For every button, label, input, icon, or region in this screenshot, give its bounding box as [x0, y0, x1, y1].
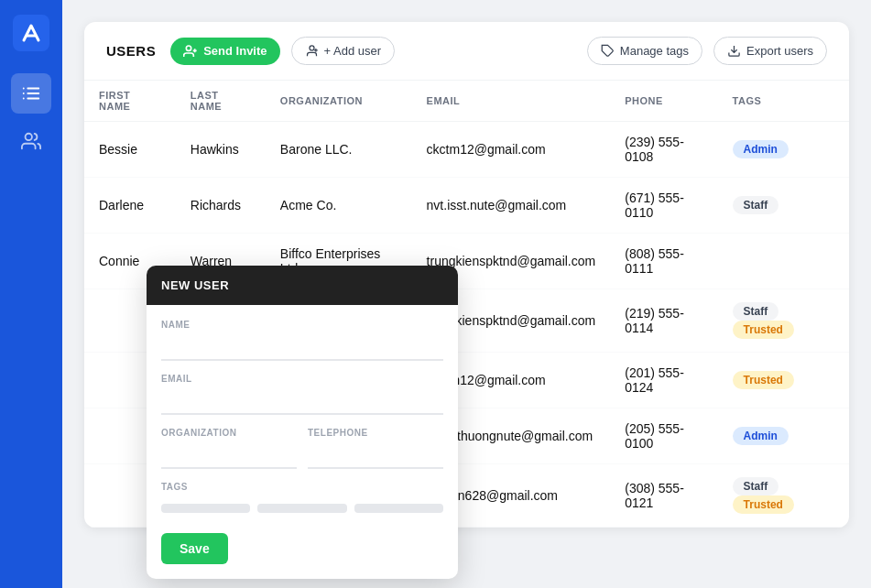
tag-placeholder-2	[257, 504, 346, 513]
logo	[13, 15, 49, 51]
sidebar-item-users[interactable]	[11, 121, 51, 161]
cell-4: (239) 555-0108	[610, 122, 717, 178]
telephone-label: TELEPHONE	[308, 428, 443, 438]
organization-input[interactable]	[161, 442, 297, 469]
col-first-name: FIRST NAME	[84, 81, 176, 122]
col-organization: ORGANIZATION	[266, 81, 412, 122]
main-content: USERS Send Invite + Add user	[62, 0, 871, 588]
export-users-label: Export users	[746, 44, 813, 58]
cell-1: Hawkins	[176, 122, 266, 178]
tag-badge: Staff	[733, 477, 779, 495]
cell-1: Richards	[176, 178, 266, 234]
sidebar-item-list[interactable]	[11, 73, 51, 114]
cell-4: (671) 555-0110	[610, 178, 717, 234]
tag-badge: Admin	[733, 140, 789, 158]
svg-point-7	[187, 46, 191, 50]
tag-badge: Trusted	[733, 495, 794, 514]
panel-header: USERS Send Invite + Add user	[84, 22, 849, 81]
cell-tags: Staff Trusted	[718, 464, 849, 528]
add-user-icon	[305, 44, 319, 58]
tag-badge: Staff	[733, 302, 779, 321]
tag-badge: Admin	[733, 427, 789, 445]
save-button[interactable]: Save	[161, 533, 228, 564]
svg-point-6	[26, 134, 32, 140]
cell-tags: Staff Trusted	[718, 289, 849, 353]
organization-group: ORGANIZATION	[161, 428, 297, 469]
cell-4: (308) 555-0121	[610, 464, 717, 528]
tag-placeholder-3	[354, 504, 443, 513]
tag-badge: Trusted	[733, 371, 794, 389]
modal-title: NEW USER	[147, 266, 458, 305]
cell-2: Acme Co.	[266, 178, 412, 234]
telephone-group: TELEPHONE	[308, 428, 443, 469]
cell-tags: Staff	[718, 178, 849, 234]
table-row[interactable]: BessieHawkinsBarone LLC.ckctm12@gmail.co…	[84, 122, 849, 178]
cell-tags: Admin	[718, 122, 849, 178]
cell-0: Bessie	[84, 122, 176, 178]
add-user-button[interactable]: + Add user	[291, 37, 396, 65]
name-label: NAME	[161, 320, 443, 330]
tags-row	[161, 496, 443, 513]
cell-tags: Admin	[718, 408, 849, 464]
cell-0: Darlene	[84, 178, 176, 234]
export-users-button[interactable]: Export users	[713, 37, 827, 65]
tag-placeholder-1	[161, 504, 250, 513]
cell-3: nvt.isst.nute@gmail.com	[412, 178, 611, 234]
telephone-input[interactable]	[308, 442, 443, 469]
table-row[interactable]: DarleneRichardsAcme Co.nvt.isst.nute@gma…	[84, 178, 849, 234]
new-user-modal: NEW USER NAME EMAIL ORGANIZATION TELEPHO…	[147, 266, 458, 579]
name-input[interactable]	[161, 334, 443, 361]
export-icon	[727, 44, 741, 58]
cell-2: Barone LLC.	[266, 122, 412, 178]
send-invite-icon	[183, 44, 198, 59]
col-tags: TAGS	[718, 81, 849, 122]
organization-label: ORGANIZATION	[161, 428, 297, 438]
cell-4: (201) 555-0124	[610, 353, 717, 408]
page-title: USERS	[106, 43, 156, 59]
email-group: EMAIL	[161, 374, 443, 415]
tag-icon	[601, 44, 615, 58]
send-invite-button[interactable]: Send Invite	[170, 38, 279, 65]
cell-4: (808) 555-0111	[610, 234, 717, 289]
manage-tags-button[interactable]: Manage tags	[587, 37, 702, 65]
cell-4: (205) 555-0100	[610, 408, 717, 464]
add-user-label: + Add user	[324, 44, 382, 58]
name-group: NAME	[161, 320, 443, 361]
email-label: EMAIL	[161, 374, 443, 384]
email-input[interactable]	[161, 388, 443, 415]
col-last-name: LAST NAME	[176, 81, 266, 122]
org-tel-row: ORGANIZATION TELEPHONE	[161, 428, 443, 482]
tag-badge: Trusted	[733, 321, 794, 339]
tag-badge: Staff	[733, 196, 779, 214]
manage-tags-label: Manage tags	[620, 44, 689, 58]
col-email: EMAIL	[412, 81, 611, 122]
send-invite-label: Send Invite	[203, 44, 267, 58]
cell-tags: Trusted	[718, 353, 849, 408]
cell-3: ckctm12@gmail.com	[412, 122, 611, 178]
col-phone: PHONE	[610, 81, 717, 122]
sidebar	[0, 0, 62, 588]
cell-tags	[718, 234, 849, 289]
tags-label: TAGS	[161, 482, 443, 492]
svg-point-10	[310, 46, 314, 50]
modal-body: NAME EMAIL ORGANIZATION TELEPHONE TAGS	[147, 305, 458, 579]
tags-group: TAGS	[161, 482, 443, 513]
cell-4: (219) 555-0114	[610, 289, 717, 353]
